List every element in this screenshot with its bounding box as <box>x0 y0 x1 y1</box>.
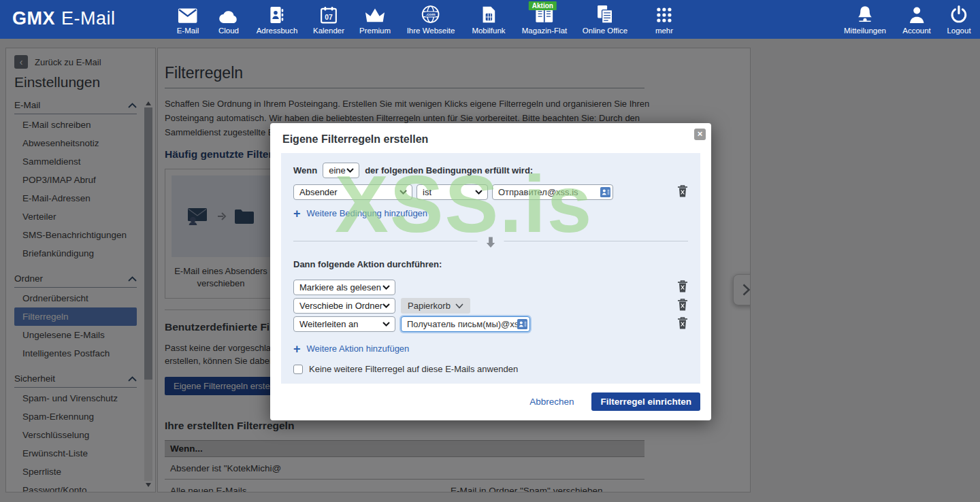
grid-icon <box>655 4 673 24</box>
wenn-suffix: der folgenden Bedingungen erfüllt wird: <box>365 165 533 175</box>
nav-item-account[interactable]: Account <box>902 4 931 36</box>
submit-filter-rule-button[interactable]: Filterregel einrichten <box>591 392 700 411</box>
person-icon <box>902 4 931 24</box>
crown-icon <box>359 4 391 24</box>
chevron-down-icon <box>346 168 354 173</box>
action-select-2[interactable]: Verschiebe in Ordner <box>293 298 395 314</box>
nav-item-label: mehr <box>655 27 673 35</box>
sim-icon <box>472 4 505 24</box>
filter-rule-dialog: Eigene Filterregeln erstellen × XSS.is W… <box>270 123 711 420</box>
delete-action-button[interactable] <box>677 298 688 314</box>
nav-item-label: E-Mail <box>177 27 199 35</box>
trash-icon <box>677 316 688 329</box>
delete-action-button[interactable] <box>677 316 688 332</box>
svg-text:.com: .com <box>426 12 436 16</box>
close-icon[interactable]: × <box>694 129 706 140</box>
power-icon <box>947 4 970 24</box>
forward-address-input[interactable]: Получатель письм(мы)@xss <box>401 316 530 332</box>
chevron-down-icon <box>382 322 390 327</box>
nav-item-label: Ihre Webseite <box>407 27 455 35</box>
condition-action-divider <box>293 241 688 241</box>
nav-item-label: Logout <box>947 27 970 35</box>
nav-item-label: Cloud <box>218 27 239 35</box>
nav-item-mobilfunk[interactable]: Mobilfunk <box>472 4 505 36</box>
contacts-icon[interactable] <box>600 187 610 197</box>
match-mode-select[interactable]: eine <box>323 163 359 178</box>
addressbook-icon <box>257 4 298 24</box>
nav-item-label: Mitteilungen <box>844 27 886 35</box>
nav-item-online-office[interactable]: Online Office <box>583 4 627 36</box>
trash-icon <box>677 184 688 197</box>
nav-item-label: Online Office <box>583 27 627 35</box>
wenn-label: Wenn <box>293 165 317 175</box>
magazine-icon: Aktion <box>522 4 567 24</box>
cancel-button[interactable]: Abbrechen <box>529 397 574 407</box>
condition-field-select[interactable]: Absender <box>293 184 412 200</box>
globe-icon: .com <box>407 4 455 24</box>
condition-value-input[interactable]: Отправител@xss.is <box>492 184 613 200</box>
dialog-title: Eigene Filterregeln erstellen <box>270 123 711 146</box>
nav-item-label: Magazin-Flat <box>522 27 567 35</box>
nav-item-mehr[interactable]: mehr <box>655 4 673 36</box>
aktion-badge: Aktion <box>529 1 557 10</box>
condition-operator-select[interactable]: ist <box>416 184 488 200</box>
trash-icon <box>677 298 688 311</box>
top-nav: GMXE-Mail E-MailCloudAdressbuch07Kalende… <box>0 0 980 39</box>
chevron-down-icon <box>455 303 463 309</box>
gmx-logo[interactable]: GMXE-Mail <box>12 8 116 29</box>
svg-text:07: 07 <box>325 14 333 21</box>
plus-icon: + <box>293 209 301 218</box>
nav-item-e-mail[interactable]: E-Mail <box>177 4 199 36</box>
chevron-down-icon <box>475 190 483 195</box>
calendar-icon: 07 <box>313 4 344 24</box>
nav-item-premium[interactable]: Premium <box>359 4 391 36</box>
nav-item-label: Adressbuch <box>257 27 298 35</box>
nav-item-adressbuch[interactable]: Adressbuch <box>257 4 298 36</box>
nav-item-logout[interactable]: Logout <box>947 4 970 36</box>
bell-icon <box>844 4 886 24</box>
nav-item-ihre-webseite[interactable]: .comIhre Webseite <box>407 4 455 36</box>
add-action-link[interactable]: + Weitere Aktion hinzufügen <box>293 344 688 354</box>
delete-condition-button[interactable] <box>677 184 688 200</box>
action-heading: Dann folgende Aktion durchführen: <box>293 259 688 269</box>
office-icon <box>583 4 627 24</box>
chevron-down-icon <box>399 190 407 195</box>
chevron-down-icon <box>382 285 390 290</box>
nav-item-mitteilungen[interactable]: Mitteilungen <box>844 4 886 36</box>
cloud-icon <box>218 4 239 24</box>
plus-icon: + <box>293 344 301 354</box>
nav-item-label: Premium <box>359 27 391 35</box>
nav-item-kalender[interactable]: 07Kalender <box>313 4 344 36</box>
stop-processing-checkbox[interactable] <box>293 365 303 374</box>
chevron-down-icon <box>382 303 390 308</box>
nav-item-label: Mobilfunk <box>472 27 505 35</box>
action-select-3[interactable]: Weiterleiten an <box>293 316 395 332</box>
filter-rule-form: Wenn eine der folgenden Bedingungen erfü… <box>281 153 700 384</box>
add-condition-link[interactable]: + Weitere Bedingung hinzufügen <box>293 208 688 218</box>
nav-item-label: Kalender <box>313 27 344 35</box>
product-name: E-Mail <box>61 8 116 29</box>
trash-icon <box>677 280 688 292</box>
stop-processing-label: Keine weitere Filterregel auf diese E-Ma… <box>309 364 518 374</box>
arrow-down-icon <box>478 235 504 248</box>
action-select-1[interactable]: Markiere als gelesen <box>293 280 395 295</box>
gmx-brand-text: GMX <box>12 8 55 29</box>
contacts-icon[interactable] <box>517 319 527 329</box>
delete-action-button[interactable] <box>677 280 688 295</box>
nav-item-magazin-flat[interactable]: AktionMagazin-Flat <box>522 4 567 36</box>
email-icon <box>177 4 199 24</box>
nav-item-cloud[interactable]: Cloud <box>218 4 239 36</box>
target-folder-select[interactable]: Papierkorb <box>401 298 470 314</box>
nav-item-label: Account <box>902 27 931 35</box>
